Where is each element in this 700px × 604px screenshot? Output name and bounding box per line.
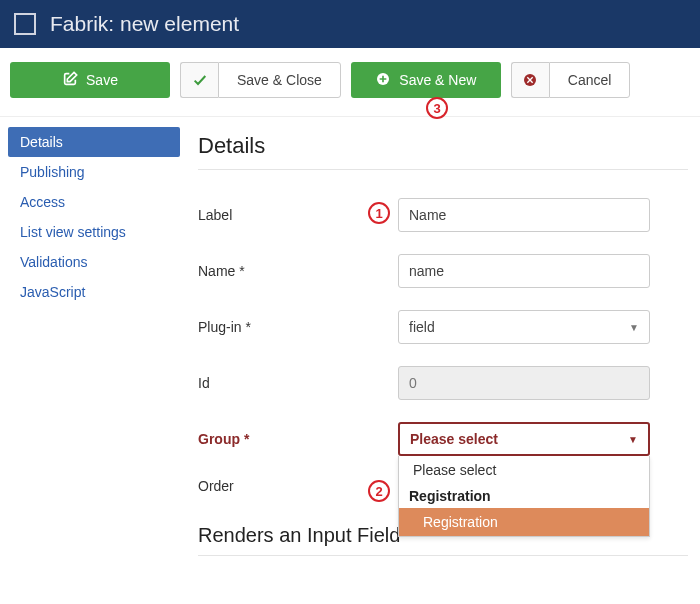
group-option-registration[interactable]: Registration <box>399 508 649 536</box>
divider <box>198 169 688 170</box>
row-id: Id <box>198 366 688 400</box>
cancel-label: Cancel <box>568 72 612 88</box>
save-new-button[interactable]: Save & New <box>351 62 501 98</box>
page-title: Fabrik: new element <box>50 12 239 36</box>
plugin-select[interactable]: field ▼ <box>398 310 650 344</box>
save-close-group: Save & Close <box>180 62 341 98</box>
sidebar-nav: Details Publishing Access List view sett… <box>0 127 180 588</box>
row-label: Label 1 <box>198 198 688 232</box>
sidebar-item-details[interactable]: Details <box>8 127 180 157</box>
id-input <box>398 366 650 400</box>
annotation-3: 3 <box>426 97 448 119</box>
plus-circle-icon <box>375 71 391 90</box>
field-label-name: Name * <box>198 263 398 279</box>
group-dropdown: Please select Registration Registration <box>398 456 650 537</box>
sidebar-item-validations[interactable]: Validations <box>8 247 180 277</box>
group-optgroup: Registration <box>399 484 649 508</box>
group-select-value: Please select <box>410 431 498 447</box>
app-logo-box <box>14 13 36 35</box>
label-input[interactable] <box>398 198 650 232</box>
name-input[interactable] <box>398 254 650 288</box>
check-icon <box>180 62 218 98</box>
close-circle-icon <box>511 62 549 98</box>
field-label-plugin: Plug-in * <box>198 319 398 335</box>
cancel-button[interactable]: Cancel <box>549 62 631 98</box>
cancel-group: Cancel <box>511 62 631 98</box>
row-name: Name * <box>198 254 688 288</box>
section-heading: Details <box>198 133 688 159</box>
divider <box>198 555 688 556</box>
annotation-1: 1 <box>368 202 390 224</box>
save-new-label: Save & New <box>399 72 476 88</box>
group-select[interactable]: Please select ▼ <box>398 422 650 456</box>
chevron-down-icon: ▼ <box>628 434 638 445</box>
action-toolbar: Save Save & Close Save & New Cancel 3 <box>0 48 700 117</box>
save-close-label: Save & Close <box>237 72 322 88</box>
save-close-button[interactable]: Save & Close <box>218 62 341 98</box>
main-panel: Details Label 1 Name * Plug-in * field ▼ <box>180 127 700 588</box>
save-button[interactable]: Save <box>10 62 170 98</box>
save-label: Save <box>86 72 118 88</box>
app-header: Fabrik: new element <box>0 0 700 48</box>
sidebar-item-list-view[interactable]: List view settings <box>8 217 180 247</box>
field-label-group: Group * <box>198 431 398 447</box>
chevron-down-icon: ▼ <box>629 322 639 333</box>
annotation-2: 2 <box>368 480 390 502</box>
field-label-id: Id <box>198 375 398 391</box>
plugin-select-value: field <box>409 319 435 335</box>
sidebar-item-publishing[interactable]: Publishing <box>8 157 180 187</box>
sidebar-item-access[interactable]: Access <box>8 187 180 217</box>
row-plugin: Plug-in * field ▼ <box>198 310 688 344</box>
row-group: Group * Please select ▼ Please select Re… <box>198 422 688 456</box>
save-icon <box>62 71 78 90</box>
sidebar-item-javascript[interactable]: JavaScript <box>8 277 180 307</box>
group-option-placeholder[interactable]: Please select <box>399 456 649 484</box>
